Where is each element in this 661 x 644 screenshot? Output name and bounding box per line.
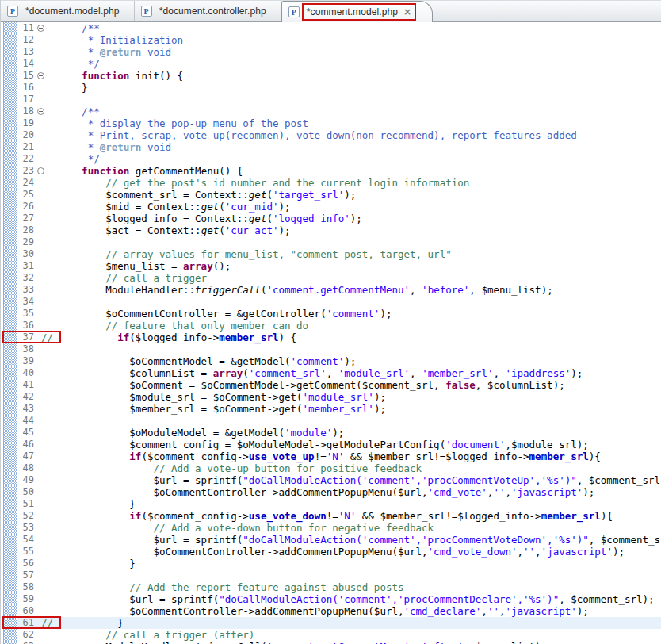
code-text[interactable]: * Print, scrap, vote-up(recommen), vote-… (47, 129, 661, 141)
quickdiff-ruler (4, 558, 17, 569)
code-line-59: 59 $url = sprintf("doCallModuleAction('c… (1, 593, 661, 605)
code-text[interactable]: $oCommentModel = &getModel('comment'); (47, 355, 661, 367)
quickdiff-ruler (4, 343, 17, 355)
line-number: 45 (17, 427, 35, 439)
code-text[interactable]: // call a trigger (47, 272, 661, 284)
code-line-20: 20 * Print, scrap, vote-up(recommen), vo… (1, 129, 661, 141)
code-line-56: 56 } (1, 558, 661, 569)
quickdiff-ruler (4, 569, 17, 581)
line-number: 38 (17, 343, 35, 355)
code-text[interactable]: // Add a vote-up button for positive fee… (47, 462, 661, 474)
fold-column (35, 248, 47, 260)
line-number: 46 (17, 439, 35, 450)
code-text[interactable]: // call a trigger (after) (47, 629, 661, 641)
code-text[interactable]: $oCommentController->addCommentPopupMenu… (47, 486, 661, 498)
code-text[interactable]: } (47, 617, 661, 629)
code-text[interactable]: $mid = Context::get('cur_mid'); (47, 201, 661, 213)
fold-column (35, 46, 47, 58)
code-text[interactable]: if($comment_config->use_vote_up!='N' && … (47, 450, 661, 462)
fold-column (35, 117, 47, 129)
code-text[interactable]: } (47, 498, 661, 510)
close-tab-icon[interactable]: × (403, 7, 411, 17)
line-number: 22 (17, 153, 35, 165)
code-line-46: 46 $comment_config = $oModuleModel->getM… (1, 439, 661, 450)
code-text[interactable]: * @return void (47, 46, 661, 58)
code-text[interactable]: * display the pop-up menu of the post (47, 117, 661, 129)
code-text[interactable]: $oCommentController = &getController('co… (47, 308, 661, 320)
code-text[interactable]: // Add a vote-down button for negative f… (47, 522, 661, 534)
code-line-12: 12 * Initialization (1, 34, 661, 46)
code-text[interactable]: $logged_info = Context::get('logged_info… (47, 213, 661, 224)
quickdiff-ruler (4, 248, 17, 260)
code-text[interactable]: $oCommentController->addCommentPopupMenu… (47, 546, 661, 558)
code-text[interactable]: // array values for menu_list, "comment … (47, 248, 661, 260)
code-text[interactable]: $oComment = $oCommentModel->getComment($… (47, 379, 661, 391)
code-text[interactable]: $module_srl = $oComment->get('module_srl… (47, 391, 661, 403)
code-text[interactable] (47, 343, 661, 355)
collapse-icon[interactable] (37, 108, 44, 115)
line-number: 62 (17, 629, 35, 641)
fold-column (35, 641, 47, 644)
collapse-icon[interactable] (37, 25, 44, 32)
quickdiff-ruler (4, 22, 17, 34)
code-text[interactable]: if($comment_config->use_vote_down!='N' &… (47, 510, 661, 522)
code-line-35: 35 $oCommentController = &getController(… (1, 308, 661, 320)
code-text[interactable]: /** (47, 22, 661, 34)
code-line-53: 53 // Add a vote-down button for negativ… (1, 522, 661, 534)
code-text[interactable] (47, 296, 661, 308)
code-text[interactable]: $comment_config = $oModuleModel->getModu… (47, 439, 661, 450)
fold-column (35, 34, 47, 46)
code-text[interactable]: } (47, 558, 661, 569)
code-text[interactable]: */ (47, 58, 661, 70)
line-number: 25 (17, 189, 35, 201)
quickdiff-ruler (4, 284, 17, 296)
fold-column (35, 450, 47, 462)
quickdiff-ruler (4, 94, 17, 105)
code-text[interactable] (47, 415, 661, 427)
code-text[interactable]: */ (47, 153, 661, 165)
fold-column (35, 224, 47, 236)
code-text[interactable]: if($logged_info->member_srl) { (47, 332, 661, 343)
code-text[interactable]: $act = Context::get('cur_act'); (47, 224, 661, 236)
code-text[interactable]: $url = sprintf("doCallModuleAction('comm… (47, 593, 661, 605)
line-number: 32 (17, 272, 35, 284)
fold-column (35, 296, 47, 308)
fold-column (35, 153, 47, 165)
code-text[interactable]: /** (47, 105, 661, 117)
code-editor[interactable]: 11 /**12 * Initialization13 * @return vo… (1, 22, 661, 644)
quickdiff-ruler (4, 213, 17, 224)
tab--document.model.php[interactable]: P*document.model.php (1, 1, 135, 21)
code-text[interactable]: * @return void (47, 141, 661, 153)
tab--document.controller.php[interactable]: P*document.controller.php (135, 1, 281, 21)
fold-column (35, 320, 47, 332)
fold-column (35, 367, 47, 379)
code-text[interactable]: $oCommentController->addCommentPopupMenu… (47, 605, 661, 617)
fold-column (35, 105, 47, 117)
code-text[interactable]: ModuleHandler::triggerCall('comment.getC… (47, 641, 661, 644)
code-text[interactable]: // feature that only member can do (47, 320, 661, 332)
code-text[interactable]: $menu_list = array(); (47, 260, 661, 272)
code-text[interactable]: $url = sprintf("doCallModuleAction('comm… (47, 534, 661, 546)
code-text[interactable]: function init() { (47, 70, 661, 82)
collapse-icon[interactable] (37, 167, 44, 174)
code-text[interactable]: ModuleHandler::triggerCall('comment.getC… (47, 284, 661, 296)
fold-column (35, 58, 47, 70)
code-text[interactable]: // Add the report feature against abused… (47, 581, 661, 593)
collapse-icon[interactable] (37, 72, 44, 79)
code-text[interactable] (47, 569, 661, 581)
code-text[interactable]: function getCommentMenu() { (47, 165, 661, 177)
code-text[interactable]: $url = sprintf("doCallModuleAction('comm… (47, 474, 661, 486)
code-text[interactable]: $member_srl = $oComment->get('member_srl… (47, 403, 661, 415)
code-text[interactable]: // get the post's id number and the curr… (47, 177, 661, 189)
code-text[interactable] (47, 236, 661, 248)
fold-column (35, 474, 47, 486)
code-text[interactable]: $comment_srl = Context::get('target_srl'… (47, 189, 661, 201)
tab--comment.model.php[interactable]: P*comment.model.php× (281, 1, 433, 22)
code-text[interactable]: $columnList = array('comment_srl', 'modu… (47, 367, 661, 379)
line-number: 34 (17, 296, 35, 308)
code-text[interactable]: } (47, 82, 661, 94)
code-text[interactable]: * Initialization (47, 34, 661, 46)
line-number: 53 (17, 522, 35, 534)
code-text[interactable] (47, 94, 661, 105)
code-text[interactable]: $oModuleModel = &getModel('module'); (47, 427, 661, 439)
